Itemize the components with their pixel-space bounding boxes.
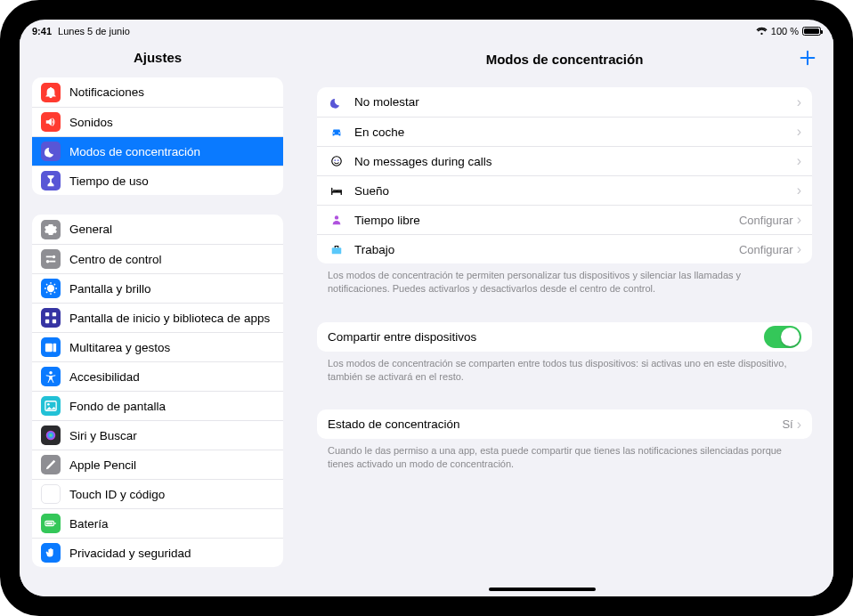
chevron-right-icon: ›: [797, 95, 801, 109]
sidebar-item[interactable]: Siri y Buscar: [32, 420, 283, 450]
focus-status-row[interactable]: Estado de concentración Sí ›: [317, 409, 812, 439]
focus-mode-label: No molestar: [354, 95, 797, 109]
sidebar-item-label: Apple Pencil: [69, 458, 136, 472]
wallpaper-icon: [41, 396, 61, 416]
pencil-icon: [45, 458, 57, 471]
focus-mode-row[interactable]: Tiempo libreConfigurar›: [317, 205, 812, 234]
detail-pane: Modos de concentración No molestar›En co…: [296, 39, 833, 596]
sidebar-item[interactable]: Accesibilidad: [32, 361, 283, 391]
sidebar-item[interactable]: Modos de concentración: [32, 136, 283, 166]
chevron-right-icon: ›: [797, 125, 801, 139]
smiley-icon: [328, 155, 345, 167]
share-footer: Los modos de concentración se comparten …: [317, 352, 812, 384]
focus-modes-footer: Los modos de concentración te permiten p…: [317, 263, 812, 296]
sidebar-scroll[interactable]: NotificacionesSonidosModos de concentrac…: [20, 77, 296, 596]
svg-point-16: [335, 215, 338, 219]
smiley-icon: [330, 155, 343, 167]
svg-point-15: [337, 159, 339, 161]
status-time: 9:41: [32, 26, 52, 36]
focus-status-value: Sí: [782, 417, 792, 431]
wallpaper-icon: [45, 400, 57, 412]
chevron-right-icon: ›: [797, 417, 801, 432]
sidebar-item[interactable]: Pantalla de inicio y biblioteca de apps: [32, 303, 283, 332]
battery-icon: [41, 514, 61, 533]
svg-point-13: [332, 157, 342, 166]
focus-mode-row[interactable]: No molestar›: [317, 87, 812, 117]
sidebar-item[interactable]: General: [32, 215, 283, 244]
status-date: Lunes 5 de junio: [58, 26, 130, 36]
sidebar-item-label: Fondo de pantalla: [69, 400, 166, 413]
status-group: Estado de concentración Sí ›: [317, 409, 812, 439]
sidebar-item[interactable]: Touch ID y código: [32, 479, 283, 508]
sidebar-item-label: Modos de concentración: [69, 145, 200, 158]
sidebar-item[interactable]: Batería: [32, 508, 283, 538]
focus-mode-label: Tiempo libre: [354, 214, 739, 227]
sidebar-item-label: Touch ID y código: [69, 488, 165, 501]
gear-icon: [45, 223, 57, 236]
share-label: Compartir entre dispositivos: [328, 330, 764, 344]
speaker-icon: [41, 112, 61, 132]
svg-point-8: [47, 403, 50, 406]
svg-point-14: [334, 159, 336, 161]
sidebar-item[interactable]: Centro de control: [32, 244, 283, 273]
battery-icon: [802, 27, 821, 36]
bed-icon: [328, 184, 345, 197]
hourglass-icon: [41, 171, 61, 190]
sidebar-group-2: GeneralCentro de controlPantalla y brill…: [32, 215, 283, 567]
focus-mode-row[interactable]: Sueño›: [317, 175, 812, 205]
toggles-icon: [45, 253, 57, 265]
focus-mode-row[interactable]: En coche›: [317, 117, 812, 146]
briefcase-icon: [330, 243, 343, 255]
svg-rect-1: [53, 312, 56, 316]
car-icon: [330, 126, 343, 138]
sidebar-item[interactable]: Sonidos: [32, 107, 283, 136]
brightness-icon: [41, 279, 61, 298]
sidebar-item[interactable]: Pantalla y brillo: [32, 273, 283, 303]
status-bar: 9:41 Lunes 5 de junio 100 %: [20, 20, 833, 39]
sidebar-item-label: Tiempo de uso: [69, 174, 149, 188]
svg-rect-17: [332, 247, 342, 254]
detail-scroll[interactable]: No molestar›En coche›No messages during …: [296, 78, 833, 596]
bell-icon: [45, 86, 57, 99]
car-icon: [328, 126, 345, 138]
svg-rect-5: [53, 344, 57, 353]
hand-icon: [41, 543, 61, 563]
chevron-right-icon: ›: [797, 154, 801, 168]
chevron-right-icon: ›: [797, 213, 801, 227]
share-toggle[interactable]: [764, 326, 801, 348]
focus-mode-label: En coche: [354, 126, 797, 139]
moon-icon: [330, 96, 343, 109]
focus-mode-label: No messages during calls: [354, 155, 797, 168]
pencil-icon: [41, 455, 61, 474]
focus-modes-list: No molestar›En coche›No messages during …: [317, 87, 812, 263]
sidebar-item[interactable]: Notificaciones: [32, 77, 283, 107]
sidebar-item-label: Notificaciones: [69, 85, 144, 99]
sidebar-item[interactable]: Privacidad y seguridad: [32, 538, 283, 567]
add-focus-button[interactable]: [798, 48, 817, 71]
focus-mode-row[interactable]: No messages during calls›: [317, 146, 812, 175]
screen: 9:41 Lunes 5 de junio 100 % Ajustes Noti…: [20, 20, 833, 596]
accessibility-icon: [41, 367, 61, 386]
apps-grid-icon: [41, 308, 61, 328]
sidebar-item-label: Centro de control: [69, 253, 162, 266]
person-icon: [328, 214, 345, 226]
sidebar-item[interactable]: Apple Pencil: [32, 450, 283, 479]
sidebar-item[interactable]: Tiempo de uso: [32, 166, 283, 195]
svg-rect-4: [45, 344, 53, 353]
ipad-frame: 9:41 Lunes 5 de junio 100 % Ajustes Noti…: [0, 0, 853, 616]
share-group: Compartir entre dispositivos: [317, 322, 812, 352]
svg-point-9: [46, 431, 56, 441]
hand-icon: [45, 547, 57, 559]
focus-mode-row[interactable]: TrabajoConfigurar›: [317, 234, 812, 263]
sidebar-item[interactable]: Fondo de pantalla: [32, 391, 283, 420]
moon-icon: [328, 96, 345, 109]
moon-icon: [45, 145, 57, 158]
chevron-right-icon: ›: [797, 183, 801, 198]
sidebar-item[interactable]: Multitarea y gestos: [32, 332, 283, 361]
focus-mode-label: Trabajo: [354, 243, 739, 256]
detail-header: Modos de concentración: [296, 39, 833, 78]
svg-rect-11: [46, 523, 53, 525]
share-across-devices-row[interactable]: Compartir entre dispositivos: [317, 322, 812, 352]
focus-status-label: Estado de concentración: [328, 417, 782, 431]
status-battery-pct: 100 %: [771, 26, 799, 36]
